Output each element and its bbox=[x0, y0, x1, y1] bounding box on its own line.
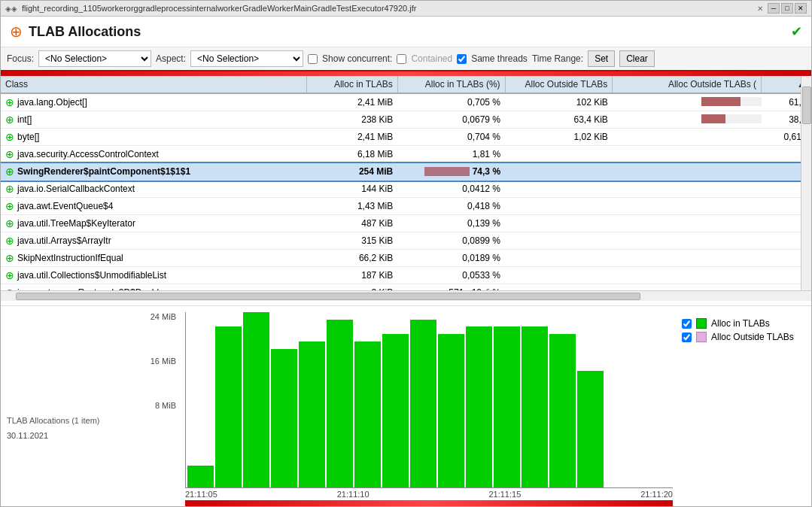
class-icon: ⊕ bbox=[5, 269, 14, 281]
class-icon: ⊕ bbox=[5, 165, 14, 178]
class-cell: ⊕int[] bbox=[1, 111, 306, 129]
table-row[interactable]: ⊕java.util.TreeMap$KeyIterator487 KiB0,1… bbox=[1, 215, 811, 232]
alloc-tlab-cell: 2,41 MiB bbox=[306, 93, 397, 111]
x-label-1: 21:11:05 bbox=[185, 490, 217, 499]
table-row[interactable]: ⊕java.awt.geom.Rectangle2D$Double2 KiB57… bbox=[1, 284, 811, 291]
close-icon[interactable]: ✕ bbox=[757, 5, 763, 13]
page-header: ⊕ TLAB Allocations ✔ bbox=[1, 17, 811, 47]
col-class[interactable]: Class bbox=[1, 76, 306, 93]
vertical-scrollbar[interactable] bbox=[801, 76, 811, 290]
horizontal-scrollbar[interactable] bbox=[1, 290, 811, 301]
table-row[interactable]: ⊕java.util.Collections$UnmodifiableList1… bbox=[1, 267, 811, 284]
table-row[interactable]: ⊕int[]238 KiB0,0679 %63,4 KiB38,1 bbox=[1, 111, 811, 129]
chart-bar bbox=[187, 466, 214, 487]
class-name: java.io.SerialCallbackContext bbox=[17, 184, 135, 194]
col-alloc-outside-chart[interactable]: Alloc Outside TLABs ( bbox=[613, 76, 762, 93]
same-threads-checkbox[interactable] bbox=[457, 54, 467, 64]
legend-item-outside: Alloc Outside TLABs bbox=[682, 332, 805, 342]
window-title: flight_recording_1105workerorggradleproc… bbox=[22, 4, 753, 13]
table-row[interactable]: ⊕byte[]2,41 MiB0,704 %1,02 KiB0,611 bbox=[1, 129, 811, 146]
col-alloc-tlab-pct[interactable]: Alloc in TLABs (%) bbox=[397, 76, 505, 93]
alloc-outside-cell bbox=[505, 284, 613, 291]
alloc-tlab-pct-cell: 0,0412 % bbox=[397, 181, 505, 198]
clear-button[interactable]: Clear bbox=[619, 50, 655, 67]
bars-area bbox=[185, 312, 673, 488]
chart-bar bbox=[466, 326, 492, 487]
v-scroll-thumb[interactable] bbox=[802, 87, 811, 124]
class-icon: ⊕ bbox=[5, 131, 14, 143]
aspect-label: Aspect: bbox=[156, 53, 186, 64]
h-scroll-thumb[interactable] bbox=[16, 293, 640, 300]
alloc-tlab-pct-cell: 0,705 % bbox=[397, 93, 505, 111]
alloc-outside-bar-cell bbox=[613, 232, 762, 250]
table-header-row: Class Alloc in TLABs Alloc in TLABs (%) … bbox=[1, 76, 811, 93]
alloc-outside-bar-cell bbox=[613, 111, 762, 129]
chart-bar bbox=[327, 320, 353, 487]
table-section: Class Alloc in TLABs Alloc in TLABs (%) … bbox=[1, 76, 811, 305]
alloc-tlab-cell: 187 KiB bbox=[306, 267, 397, 284]
maximize-button[interactable]: □ bbox=[781, 3, 793, 14]
alloc-tlab-pct-cell: 0,704 % bbox=[397, 129, 505, 146]
class-icon: ⊕ bbox=[5, 235, 14, 247]
table-row[interactable]: ⊕SkipNextInstructionIfEqual66,2 KiB0,018… bbox=[1, 250, 811, 267]
title-bar: ◈◈ flight_recording_1105workerorggradlep… bbox=[1, 1, 811, 17]
chart-bar bbox=[494, 326, 520, 487]
class-name: java.security.AccessControlContext bbox=[17, 149, 159, 159]
table-row[interactable]: ⊕java.lang.Object[]2,41 MiB0,705 %102 Ki… bbox=[1, 93, 811, 111]
class-cell: ⊕java.io.SerialCallbackContext bbox=[1, 181, 306, 198]
class-cell: ⊕java.awt.geom.Rectangle2D$Double bbox=[1, 284, 306, 291]
legend-tlab-checkbox[interactable] bbox=[682, 319, 692, 329]
class-icon: ⊕ bbox=[5, 183, 14, 195]
alloc-outside-cell bbox=[505, 163, 613, 181]
class-icon: ⊕ bbox=[5, 217, 14, 229]
alloc-tlab-cell: 315 KiB bbox=[306, 232, 397, 250]
minimize-button[interactable]: ─ bbox=[768, 3, 780, 14]
alloc-outside-bar-cell bbox=[613, 267, 762, 284]
status-check-icon: ✔ bbox=[791, 23, 802, 40]
alloc-outside-cell: 102 KiB bbox=[505, 93, 613, 111]
table-row[interactable]: ⊕SwingRenderer$paintComponent$1$1$1254 M… bbox=[1, 163, 811, 181]
set-button[interactable]: Set bbox=[588, 50, 615, 67]
class-name: java.awt.EventQueue$4 bbox=[17, 201, 113, 211]
col-alloc-tlab[interactable]: Alloc in TLABs bbox=[306, 76, 397, 93]
close-button[interactable]: ✕ bbox=[795, 3, 807, 14]
alloc-tlab-pct-cell: 571 ×10⁻⁶ % bbox=[397, 284, 505, 291]
table-row[interactable]: ⊕java.io.SerialCallbackContext144 KiB0,0… bbox=[1, 181, 811, 198]
alloc-outside-bar-cell bbox=[613, 129, 762, 146]
show-concurrent-checkbox[interactable] bbox=[308, 54, 318, 64]
chart-y-labels: 24 MiB 16 MiB 8 MiB bbox=[7, 312, 179, 410]
class-name: java.util.TreeMap$KeyIterator bbox=[17, 218, 135, 229]
class-name: java.lang.Object[] bbox=[17, 97, 87, 108]
focus-select[interactable]: <No Selection> bbox=[38, 50, 151, 67]
aspect-select[interactable]: <No Selection> bbox=[190, 50, 303, 67]
alloc-outside-bar-cell bbox=[613, 198, 762, 215]
col-alloc-outside[interactable]: Alloc Outside TLABs bbox=[505, 76, 613, 93]
class-name: int[] bbox=[17, 114, 32, 125]
alloc-outside-cell: 63,4 KiB bbox=[505, 111, 613, 129]
chart-section: 24 MiB 16 MiB 8 MiB TLAB Allocations (1 … bbox=[1, 305, 811, 506]
chart-legend: Alloc in TLABs Alloc Outside TLABs bbox=[676, 312, 811, 506]
alloc-tlab-pct-cell: 0,139 % bbox=[397, 215, 505, 232]
table-scroll[interactable]: Class Alloc in TLABs Alloc in TLABs (%) … bbox=[1, 76, 811, 290]
table-row[interactable]: ⊕java.util.Arrays$ArrayItr315 KiB0,0899 … bbox=[1, 232, 811, 250]
contained-checkbox[interactable] bbox=[397, 54, 406, 64]
table-row[interactable]: ⊕java.security.AccessControlContext6,18 … bbox=[1, 146, 811, 163]
alloc-outside-cell bbox=[505, 146, 613, 163]
chart-left: 24 MiB 16 MiB 8 MiB TLAB Allocations (1 … bbox=[1, 312, 185, 506]
alloc-tlab-cell: 6,18 MiB bbox=[306, 146, 397, 163]
chart-bars-container: 21:11:05 21:11:10 21:11:15 21:11:20 bbox=[185, 312, 676, 506]
alloc-outside-cell bbox=[505, 267, 613, 284]
class-icon: ⊕ bbox=[5, 200, 14, 212]
class-name: java.util.Arrays$ArrayItr bbox=[17, 235, 111, 246]
alloc-outside-cell bbox=[505, 250, 613, 267]
class-name: java.util.Collections$UnmodifiableList bbox=[17, 270, 166, 281]
class-icon: ⊕ bbox=[5, 148, 14, 160]
legend-outside-checkbox[interactable] bbox=[682, 332, 692, 342]
class-cell: ⊕java.lang.Object[] bbox=[1, 93, 306, 111]
alloc-tlab-pct-cell: 0,0899 % bbox=[397, 232, 505, 250]
chart-bar bbox=[522, 326, 548, 487]
class-cell: ⊕byte[] bbox=[1, 129, 306, 146]
table-row[interactable]: ⊕java.awt.EventQueue$41,43 MiB0,418 % bbox=[1, 198, 811, 215]
chart-area: 24 MiB 16 MiB 8 MiB TLAB Allocations (1 … bbox=[1, 306, 811, 506]
alloc-tlab-pct-cell: 74,3 % bbox=[397, 163, 505, 181]
